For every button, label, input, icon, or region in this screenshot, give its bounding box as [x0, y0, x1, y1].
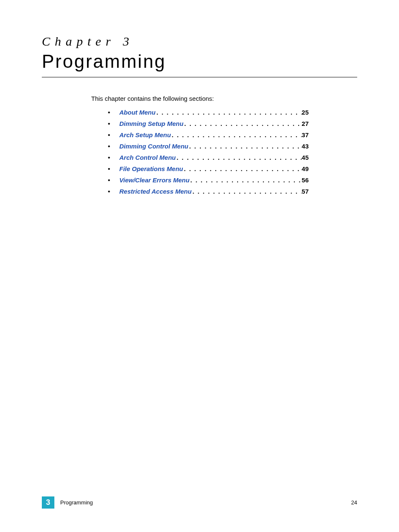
toc-item: • View/Clear Errors Menu 56: [108, 176, 309, 184]
toc-leader: [189, 176, 302, 184]
toc-page: 37: [302, 131, 309, 138]
footer-page-number: 24: [351, 499, 357, 506]
bullet-icon: •: [108, 143, 110, 150]
toc-leader: [171, 131, 302, 138]
toc-leader: [156, 109, 302, 116]
toc-page: 27: [302, 120, 309, 127]
toc-item: • Arch Setup Menu 37: [108, 131, 309, 138]
toc-leader: [188, 143, 302, 150]
toc-leader: [184, 120, 302, 127]
toc-link-dimming-setup-menu[interactable]: Dimming Setup Menu: [119, 120, 183, 127]
bullet-icon: •: [108, 154, 110, 161]
toc-link-about-menu[interactable]: About Menu: [119, 109, 156, 116]
bullet-icon: •: [108, 131, 110, 138]
bullet-icon: •: [108, 120, 110, 127]
toc-item: • File Operations Menu 49: [108, 165, 309, 172]
toc-page: 49: [302, 165, 309, 172]
toc-leader: [176, 154, 302, 161]
toc-link-arch-control-menu[interactable]: Arch Control Menu: [119, 154, 176, 161]
toc-page: 43: [302, 143, 309, 150]
toc-link-file-operations-menu[interactable]: File Operations Menu: [119, 165, 183, 172]
page-footer: 3 Programming 24: [42, 496, 357, 509]
toc-link-arch-setup-menu[interactable]: Arch Setup Menu: [119, 131, 171, 138]
toc-link-restricted-access-menu[interactable]: Restricted Access Menu: [119, 188, 192, 195]
toc-link-view-clear-errors-menu[interactable]: View/Clear Errors Menu: [119, 176, 189, 184]
toc-page: 56: [302, 176, 309, 184]
toc-list: • About Menu 25 • Dimming Setup Menu 27 …: [108, 109, 309, 195]
bullet-icon: •: [108, 176, 110, 184]
toc-page: 45: [302, 154, 309, 161]
toc-item: • Dimming Setup Menu 27: [108, 120, 309, 127]
bullet-icon: •: [108, 165, 110, 172]
toc-leader: [192, 188, 302, 195]
toc-link-dimming-control-menu[interactable]: Dimming Control Menu: [119, 143, 188, 150]
toc-leader: [183, 165, 302, 172]
chapter-label: Chapter 3: [42, 34, 357, 49]
chapter-title: Programming: [42, 51, 357, 77]
toc-page: 57: [302, 188, 309, 195]
bullet-icon: •: [108, 109, 110, 116]
bullet-icon: •: [108, 188, 110, 195]
footer-chapter-number: 3: [42, 496, 54, 509]
toc-item: • Dimming Control Menu 43: [108, 143, 309, 150]
toc-page: 25: [302, 109, 309, 116]
toc-item: • About Menu 25: [108, 109, 309, 116]
footer-chapter-name: Programming: [60, 499, 93, 506]
toc-item: • Arch Control Menu 45: [108, 154, 309, 161]
toc-item: • Restricted Access Menu 57: [108, 188, 309, 195]
intro-text: This chapter contains the following sect…: [91, 95, 357, 102]
